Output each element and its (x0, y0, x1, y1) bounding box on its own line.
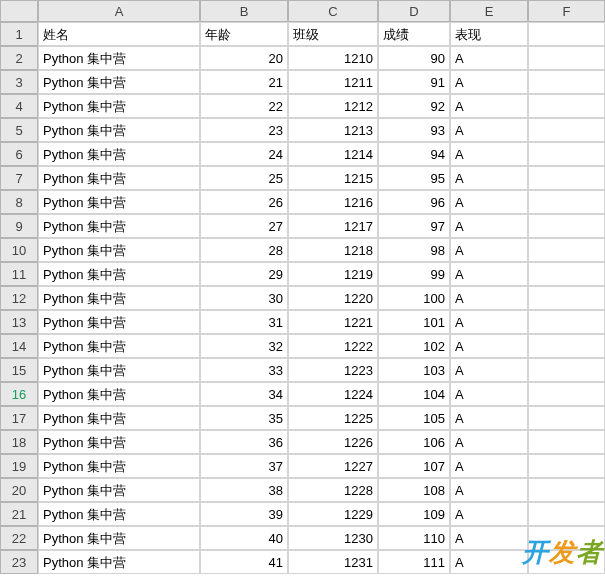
row-header-10[interactable]: 10 (0, 238, 38, 262)
cell-D3[interactable]: 91 (378, 70, 450, 94)
row-header-21[interactable]: 21 (0, 502, 38, 526)
cell-A17[interactable]: Python 集中营 (38, 406, 200, 430)
cell-F6[interactable] (528, 142, 605, 166)
cell-C9[interactable]: 1217 (288, 214, 378, 238)
row-header-5[interactable]: 5 (0, 118, 38, 142)
cell-C17[interactable]: 1225 (288, 406, 378, 430)
column-header-D[interactable]: D (378, 0, 450, 22)
cell-A18[interactable]: Python 集中营 (38, 430, 200, 454)
cell-B12[interactable]: 30 (200, 286, 288, 310)
cell-D21[interactable]: 109 (378, 502, 450, 526)
cell-F4[interactable] (528, 94, 605, 118)
row-header-22[interactable]: 22 (0, 526, 38, 550)
row-header-18[interactable]: 18 (0, 430, 38, 454)
cell-E14[interactable]: A (450, 334, 528, 358)
cell-E21[interactable]: A (450, 502, 528, 526)
cell-E5[interactable]: A (450, 118, 528, 142)
cell-C21[interactable]: 1229 (288, 502, 378, 526)
cell-F1[interactable] (528, 22, 605, 46)
column-header-A[interactable]: A (38, 0, 200, 22)
cell-E3[interactable]: A (450, 70, 528, 94)
row-header-20[interactable]: 20 (0, 478, 38, 502)
cell-D17[interactable]: 105 (378, 406, 450, 430)
cell-A19[interactable]: Python 集中营 (38, 454, 200, 478)
cell-F8[interactable] (528, 190, 605, 214)
row-header-14[interactable]: 14 (0, 334, 38, 358)
cell-C22[interactable]: 1230 (288, 526, 378, 550)
column-header-B[interactable]: B (200, 0, 288, 22)
cell-C15[interactable]: 1223 (288, 358, 378, 382)
cell-D7[interactable]: 95 (378, 166, 450, 190)
cell-C11[interactable]: 1219 (288, 262, 378, 286)
cell-B1[interactable]: 年龄 (200, 22, 288, 46)
cell-B13[interactable]: 31 (200, 310, 288, 334)
cell-B21[interactable]: 39 (200, 502, 288, 526)
cell-F9[interactable] (528, 214, 605, 238)
cell-D22[interactable]: 110 (378, 526, 450, 550)
cell-D1[interactable]: 成绩 (378, 22, 450, 46)
cell-C5[interactable]: 1213 (288, 118, 378, 142)
cell-A10[interactable]: Python 集中营 (38, 238, 200, 262)
cell-F19[interactable] (528, 454, 605, 478)
cell-F16[interactable] (528, 382, 605, 406)
row-header-16[interactable]: 16 (0, 382, 38, 406)
cell-C8[interactable]: 1216 (288, 190, 378, 214)
cell-D20[interactable]: 108 (378, 478, 450, 502)
cell-A16[interactable]: Python 集中营 (38, 382, 200, 406)
cell-D9[interactable]: 97 (378, 214, 450, 238)
cell-B22[interactable]: 40 (200, 526, 288, 550)
cell-A8[interactable]: Python 集中营 (38, 190, 200, 214)
cell-C14[interactable]: 1222 (288, 334, 378, 358)
cell-B11[interactable]: 29 (200, 262, 288, 286)
cell-A9[interactable]: Python 集中营 (38, 214, 200, 238)
cell-D5[interactable]: 93 (378, 118, 450, 142)
cell-B20[interactable]: 38 (200, 478, 288, 502)
row-header-17[interactable]: 17 (0, 406, 38, 430)
cell-B23[interactable]: 41 (200, 550, 288, 574)
cell-C6[interactable]: 1214 (288, 142, 378, 166)
row-header-3[interactable]: 3 (0, 70, 38, 94)
cell-B16[interactable]: 34 (200, 382, 288, 406)
cell-C18[interactable]: 1226 (288, 430, 378, 454)
cell-A22[interactable]: Python 集中营 (38, 526, 200, 550)
cell-E15[interactable]: A (450, 358, 528, 382)
cell-D4[interactable]: 92 (378, 94, 450, 118)
spreadsheet-grid[interactable]: ABCDEF1姓名年龄班级成绩表现2Python 集中营20121090A3Py… (0, 0, 605, 574)
cell-E2[interactable]: A (450, 46, 528, 70)
cell-B9[interactable]: 27 (200, 214, 288, 238)
cell-C16[interactable]: 1224 (288, 382, 378, 406)
cell-B5[interactable]: 23 (200, 118, 288, 142)
cell-C1[interactable]: 班级 (288, 22, 378, 46)
cell-F5[interactable] (528, 118, 605, 142)
cell-F21[interactable] (528, 502, 605, 526)
cell-E19[interactable]: A (450, 454, 528, 478)
cell-F17[interactable] (528, 406, 605, 430)
cell-D16[interactable]: 104 (378, 382, 450, 406)
cell-D2[interactable]: 90 (378, 46, 450, 70)
cell-C20[interactable]: 1228 (288, 478, 378, 502)
row-header-15[interactable]: 15 (0, 358, 38, 382)
cell-E23[interactable]: A (450, 550, 528, 574)
cell-E18[interactable]: A (450, 430, 528, 454)
cell-D23[interactable]: 111 (378, 550, 450, 574)
cell-C12[interactable]: 1220 (288, 286, 378, 310)
cell-F12[interactable] (528, 286, 605, 310)
column-header-C[interactable]: C (288, 0, 378, 22)
cell-F11[interactable] (528, 262, 605, 286)
row-header-8[interactable]: 8 (0, 190, 38, 214)
cell-E12[interactable]: A (450, 286, 528, 310)
cell-B7[interactable]: 25 (200, 166, 288, 190)
cell-E16[interactable]: A (450, 382, 528, 406)
cell-C3[interactable]: 1211 (288, 70, 378, 94)
cell-F3[interactable] (528, 70, 605, 94)
cell-F20[interactable] (528, 478, 605, 502)
cell-F18[interactable] (528, 430, 605, 454)
cell-D19[interactable]: 107 (378, 454, 450, 478)
cell-A21[interactable]: Python 集中营 (38, 502, 200, 526)
cell-A1[interactable]: 姓名 (38, 22, 200, 46)
cell-F7[interactable] (528, 166, 605, 190)
cell-D11[interactable]: 99 (378, 262, 450, 286)
row-header-7[interactable]: 7 (0, 166, 38, 190)
row-header-2[interactable]: 2 (0, 46, 38, 70)
select-all-corner[interactable] (0, 0, 38, 22)
